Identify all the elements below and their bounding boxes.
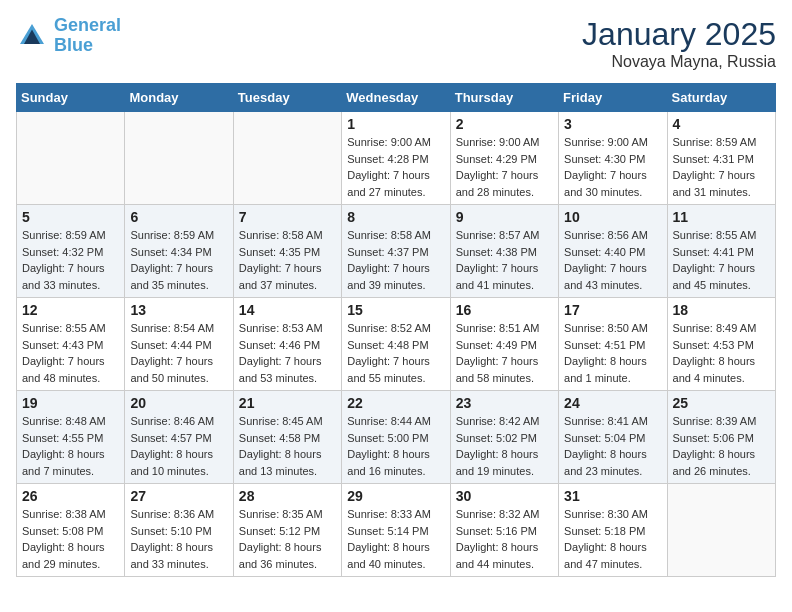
day-info: Sunrise: 8:58 AM Sunset: 4:37 PM Dayligh… — [347, 227, 444, 293]
calendar-table: SundayMondayTuesdayWednesdayThursdayFrid… — [16, 83, 776, 577]
day-number: 5 — [22, 209, 119, 225]
day-info: Sunrise: 8:52 AM Sunset: 4:48 PM Dayligh… — [347, 320, 444, 386]
day-number: 19 — [22, 395, 119, 411]
calendar-cell: 27Sunrise: 8:36 AM Sunset: 5:10 PM Dayli… — [125, 484, 233, 577]
day-number: 10 — [564, 209, 661, 225]
day-info: Sunrise: 9:00 AM Sunset: 4:29 PM Dayligh… — [456, 134, 553, 200]
day-info: Sunrise: 8:59 AM Sunset: 4:32 PM Dayligh… — [22, 227, 119, 293]
day-info: Sunrise: 8:59 AM Sunset: 4:34 PM Dayligh… — [130, 227, 227, 293]
day-number: 15 — [347, 302, 444, 318]
calendar-cell: 14Sunrise: 8:53 AM Sunset: 4:46 PM Dayli… — [233, 298, 341, 391]
calendar-cell: 16Sunrise: 8:51 AM Sunset: 4:49 PM Dayli… — [450, 298, 558, 391]
day-info: Sunrise: 8:59 AM Sunset: 4:31 PM Dayligh… — [673, 134, 770, 200]
day-number: 6 — [130, 209, 227, 225]
weekday-header-saturday: Saturday — [667, 84, 775, 112]
day-info: Sunrise: 8:54 AM Sunset: 4:44 PM Dayligh… — [130, 320, 227, 386]
calendar-cell: 4Sunrise: 8:59 AM Sunset: 4:31 PM Daylig… — [667, 112, 775, 205]
week-row-1: 1Sunrise: 9:00 AM Sunset: 4:28 PM Daylig… — [17, 112, 776, 205]
day-info: Sunrise: 8:58 AM Sunset: 4:35 PM Dayligh… — [239, 227, 336, 293]
day-info: Sunrise: 8:46 AM Sunset: 4:57 PM Dayligh… — [130, 413, 227, 479]
week-row-4: 19Sunrise: 8:48 AM Sunset: 4:55 PM Dayli… — [17, 391, 776, 484]
calendar-cell: 31Sunrise: 8:30 AM Sunset: 5:18 PM Dayli… — [559, 484, 667, 577]
calendar-cell: 23Sunrise: 8:42 AM Sunset: 5:02 PM Dayli… — [450, 391, 558, 484]
day-info: Sunrise: 8:36 AM Sunset: 5:10 PM Dayligh… — [130, 506, 227, 572]
day-number: 17 — [564, 302, 661, 318]
day-number: 1 — [347, 116, 444, 132]
day-info: Sunrise: 9:00 AM Sunset: 4:30 PM Dayligh… — [564, 134, 661, 200]
calendar-cell: 25Sunrise: 8:39 AM Sunset: 5:06 PM Dayli… — [667, 391, 775, 484]
calendar-cell: 21Sunrise: 8:45 AM Sunset: 4:58 PM Dayli… — [233, 391, 341, 484]
location: Novaya Mayna, Russia — [582, 53, 776, 71]
weekday-header-friday: Friday — [559, 84, 667, 112]
day-info: Sunrise: 8:55 AM Sunset: 4:41 PM Dayligh… — [673, 227, 770, 293]
calendar-cell: 24Sunrise: 8:41 AM Sunset: 5:04 PM Dayli… — [559, 391, 667, 484]
calendar-cell: 5Sunrise: 8:59 AM Sunset: 4:32 PM Daylig… — [17, 205, 125, 298]
calendar-cell: 26Sunrise: 8:38 AM Sunset: 5:08 PM Dayli… — [17, 484, 125, 577]
day-info: Sunrise: 8:49 AM Sunset: 4:53 PM Dayligh… — [673, 320, 770, 386]
day-number: 22 — [347, 395, 444, 411]
day-info: Sunrise: 8:45 AM Sunset: 4:58 PM Dayligh… — [239, 413, 336, 479]
day-info: Sunrise: 8:38 AM Sunset: 5:08 PM Dayligh… — [22, 506, 119, 572]
calendar-cell: 2Sunrise: 9:00 AM Sunset: 4:29 PM Daylig… — [450, 112, 558, 205]
day-info: Sunrise: 8:33 AM Sunset: 5:14 PM Dayligh… — [347, 506, 444, 572]
day-number: 29 — [347, 488, 444, 504]
calendar-cell: 6Sunrise: 8:59 AM Sunset: 4:34 PM Daylig… — [125, 205, 233, 298]
calendar-cell: 11Sunrise: 8:55 AM Sunset: 4:41 PM Dayli… — [667, 205, 775, 298]
calendar-cell — [667, 484, 775, 577]
calendar-cell: 8Sunrise: 8:58 AM Sunset: 4:37 PM Daylig… — [342, 205, 450, 298]
calendar-cell: 3Sunrise: 9:00 AM Sunset: 4:30 PM Daylig… — [559, 112, 667, 205]
calendar-cell: 19Sunrise: 8:48 AM Sunset: 4:55 PM Dayli… — [17, 391, 125, 484]
calendar-cell: 30Sunrise: 8:32 AM Sunset: 5:16 PM Dayli… — [450, 484, 558, 577]
weekday-header-monday: Monday — [125, 84, 233, 112]
day-info: Sunrise: 8:55 AM Sunset: 4:43 PM Dayligh… — [22, 320, 119, 386]
day-number: 18 — [673, 302, 770, 318]
day-number: 8 — [347, 209, 444, 225]
week-row-3: 12Sunrise: 8:55 AM Sunset: 4:43 PM Dayli… — [17, 298, 776, 391]
calendar-cell: 10Sunrise: 8:56 AM Sunset: 4:40 PM Dayli… — [559, 205, 667, 298]
month-title: January 2025 — [582, 16, 776, 53]
weekday-header-row: SundayMondayTuesdayWednesdayThursdayFrid… — [17, 84, 776, 112]
day-info: Sunrise: 8:41 AM Sunset: 5:04 PM Dayligh… — [564, 413, 661, 479]
day-info: Sunrise: 9:00 AM Sunset: 4:28 PM Dayligh… — [347, 134, 444, 200]
day-number: 12 — [22, 302, 119, 318]
day-number: 27 — [130, 488, 227, 504]
day-number: 21 — [239, 395, 336, 411]
day-info: Sunrise: 8:39 AM Sunset: 5:06 PM Dayligh… — [673, 413, 770, 479]
weekday-header-tuesday: Tuesday — [233, 84, 341, 112]
calendar-cell: 17Sunrise: 8:50 AM Sunset: 4:51 PM Dayli… — [559, 298, 667, 391]
day-number: 20 — [130, 395, 227, 411]
day-info: Sunrise: 8:56 AM Sunset: 4:40 PM Dayligh… — [564, 227, 661, 293]
calendar-cell: 18Sunrise: 8:49 AM Sunset: 4:53 PM Dayli… — [667, 298, 775, 391]
weekday-header-sunday: Sunday — [17, 84, 125, 112]
day-number: 14 — [239, 302, 336, 318]
calendar-cell: 7Sunrise: 8:58 AM Sunset: 4:35 PM Daylig… — [233, 205, 341, 298]
calendar-cell: 29Sunrise: 8:33 AM Sunset: 5:14 PM Dayli… — [342, 484, 450, 577]
calendar-cell: 1Sunrise: 9:00 AM Sunset: 4:28 PM Daylig… — [342, 112, 450, 205]
day-number: 30 — [456, 488, 553, 504]
day-number: 9 — [456, 209, 553, 225]
day-number: 13 — [130, 302, 227, 318]
day-info: Sunrise: 8:51 AM Sunset: 4:49 PM Dayligh… — [456, 320, 553, 386]
day-number: 23 — [456, 395, 553, 411]
day-number: 7 — [239, 209, 336, 225]
calendar-cell — [17, 112, 125, 205]
day-number: 25 — [673, 395, 770, 411]
logo-text: General Blue — [54, 16, 121, 56]
calendar-cell: 13Sunrise: 8:54 AM Sunset: 4:44 PM Dayli… — [125, 298, 233, 391]
day-info: Sunrise: 8:30 AM Sunset: 5:18 PM Dayligh… — [564, 506, 661, 572]
logo: General Blue — [16, 16, 121, 56]
day-info: Sunrise: 8:32 AM Sunset: 5:16 PM Dayligh… — [456, 506, 553, 572]
day-number: 2 — [456, 116, 553, 132]
page-header: General Blue January 2025 Novaya Mayna, … — [16, 16, 776, 71]
logo-icon — [16, 20, 48, 52]
day-number: 31 — [564, 488, 661, 504]
calendar-cell: 20Sunrise: 8:46 AM Sunset: 4:57 PM Dayli… — [125, 391, 233, 484]
calendar-cell: 15Sunrise: 8:52 AM Sunset: 4:48 PM Dayli… — [342, 298, 450, 391]
title-area: January 2025 Novaya Mayna, Russia — [582, 16, 776, 71]
weekday-header-thursday: Thursday — [450, 84, 558, 112]
day-info: Sunrise: 8:48 AM Sunset: 4:55 PM Dayligh… — [22, 413, 119, 479]
day-info: Sunrise: 8:50 AM Sunset: 4:51 PM Dayligh… — [564, 320, 661, 386]
day-number: 24 — [564, 395, 661, 411]
day-info: Sunrise: 8:44 AM Sunset: 5:00 PM Dayligh… — [347, 413, 444, 479]
day-number: 26 — [22, 488, 119, 504]
